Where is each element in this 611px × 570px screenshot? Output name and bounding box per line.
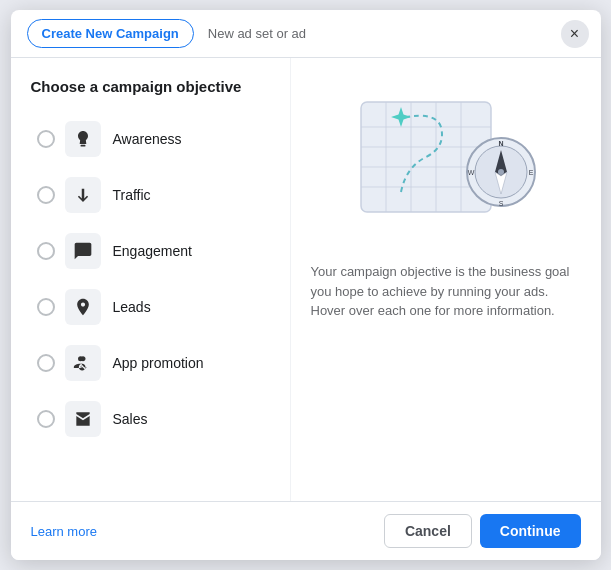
svg-text:N: N: [498, 140, 503, 147]
close-button[interactable]: ×: [561, 20, 589, 48]
modal-body: Choose a campaign objective Awareness: [11, 58, 601, 501]
app-promotion-label: App promotion: [113, 355, 204, 371]
svg-rect-0: [80, 145, 85, 147]
list-item-traffic[interactable]: Traffic: [31, 169, 274, 221]
learn-more-link[interactable]: Learn more: [31, 524, 97, 539]
engagement-label: Engagement: [113, 243, 192, 259]
traffic-label: Traffic: [113, 187, 151, 203]
modal-footer: Learn more Cancel Continue: [11, 501, 601, 560]
section-title: Choose a campaign objective: [31, 78, 274, 95]
cancel-button[interactable]: Cancel: [384, 514, 472, 548]
radio-app-promotion[interactable]: [37, 354, 55, 372]
leads-label: Leads: [113, 299, 151, 315]
campaign-illustration: N S E W: [346, 82, 546, 242]
app-promotion-icon: [65, 345, 101, 381]
modal-overlay: Create New Campaign New ad set or ad × C…: [0, 0, 611, 570]
svg-text:W: W: [467, 169, 474, 176]
continue-button[interactable]: Continue: [480, 514, 581, 548]
svg-point-13: [498, 169, 504, 175]
radio-engagement[interactable]: [37, 242, 55, 260]
radio-leads[interactable]: [37, 298, 55, 316]
tab-bar: Create New Campaign New ad set or ad ×: [11, 10, 601, 58]
leads-icon: [65, 289, 101, 325]
awareness-icon: [65, 121, 101, 157]
sales-label: Sales: [113, 411, 148, 427]
sales-icon: [65, 401, 101, 437]
list-item-awareness[interactable]: Awareness: [31, 113, 274, 165]
list-item-app-promotion[interactable]: App promotion: [31, 337, 274, 389]
tab-create-new-campaign[interactable]: Create New Campaign: [27, 19, 194, 48]
list-item-sales[interactable]: Sales: [31, 393, 274, 445]
awareness-label: Awareness: [113, 131, 182, 147]
traffic-icon: [65, 177, 101, 213]
list-item-leads[interactable]: Leads: [31, 281, 274, 333]
svg-text:S: S: [498, 200, 503, 207]
footer-buttons: Cancel Continue: [384, 514, 581, 548]
list-item-engagement[interactable]: Engagement: [31, 225, 274, 277]
radio-traffic[interactable]: [37, 186, 55, 204]
description: Your campaign objective is the business …: [311, 262, 581, 321]
engagement-icon: [65, 233, 101, 269]
svg-text:E: E: [528, 169, 533, 176]
left-panel: Choose a campaign objective Awareness: [11, 58, 291, 501]
tab-new-ad-set[interactable]: New ad set or ad: [194, 20, 320, 47]
right-panel: N S E W Your campaign objective is the b…: [291, 58, 601, 501]
radio-sales[interactable]: [37, 410, 55, 428]
modal: Create New Campaign New ad set or ad × C…: [11, 10, 601, 560]
radio-awareness[interactable]: [37, 130, 55, 148]
